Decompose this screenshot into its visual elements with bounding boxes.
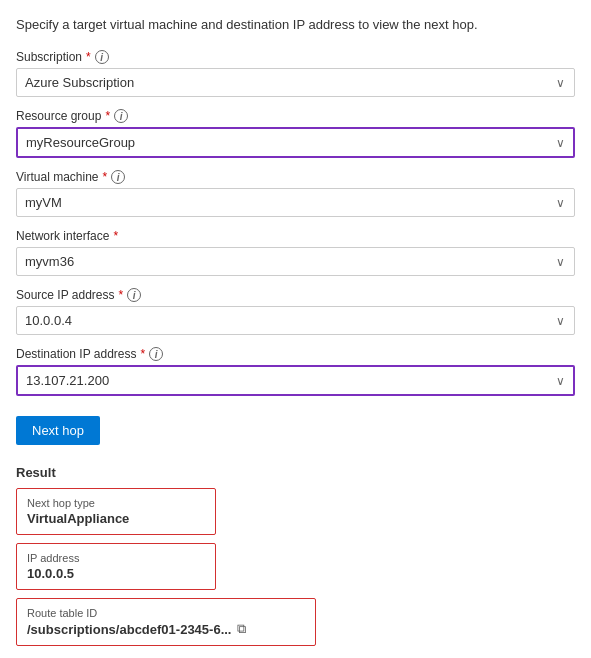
- ip-address-value: 10.0.0.5: [27, 566, 205, 581]
- source-ip-field: Source IP address * i 10.0.0.4 ∨: [16, 288, 575, 335]
- ip-address-label: IP address: [27, 552, 205, 564]
- network-interface-dropdown-wrapper: myvm36 ∨: [16, 247, 575, 276]
- resource-group-label: Resource group * i: [16, 109, 575, 123]
- virtual-machine-label: Virtual machine * i: [16, 170, 575, 184]
- result-title: Result: [16, 465, 575, 480]
- network-interface-field: Network interface * myvm36 ∨: [16, 229, 575, 276]
- subscription-field: Subscription * i Azure Subscription ∨: [16, 50, 575, 97]
- resource-group-field: Resource group * i myResourceGroup ∨: [16, 109, 575, 158]
- intro-text: Specify a target virtual machine and des…: [16, 16, 575, 34]
- resource-group-info-icon[interactable]: i: [114, 109, 128, 123]
- virtual-machine-dropdown[interactable]: myVM: [16, 188, 575, 217]
- copy-icon[interactable]: ⧉: [237, 621, 246, 637]
- subscription-info-icon[interactable]: i: [95, 50, 109, 64]
- source-ip-info-icon[interactable]: i: [127, 288, 141, 302]
- result-cards: Next hop type VirtualAppliance IP addres…: [16, 488, 575, 654]
- destination-ip-dropdown-wrapper: 13.107.21.200 ∨: [16, 365, 575, 396]
- virtual-machine-dropdown-wrapper: myVM ∨: [16, 188, 575, 217]
- ip-address-card: IP address 10.0.0.5: [16, 543, 216, 590]
- source-ip-dropdown-wrapper: 10.0.0.4 ∨: [16, 306, 575, 335]
- route-table-card: Route table ID /subscriptions/abcdef01-2…: [16, 598, 316, 646]
- next-hop-button[interactable]: Next hop: [16, 416, 100, 445]
- next-hop-type-value: VirtualAppliance: [27, 511, 205, 526]
- route-table-value: /subscriptions/abcdef01-2345-6...: [27, 622, 231, 637]
- next-hop-type-card: Next hop type VirtualAppliance: [16, 488, 216, 535]
- destination-ip-field: Destination IP address * i 13.107.21.200…: [16, 347, 575, 396]
- virtual-machine-field: Virtual machine * i myVM ∨: [16, 170, 575, 217]
- result-section: Result Next hop type VirtualAppliance IP…: [16, 465, 575, 654]
- subscription-dropdown[interactable]: Azure Subscription: [16, 68, 575, 97]
- destination-ip-dropdown[interactable]: 13.107.21.200: [16, 365, 575, 396]
- subscription-dropdown-wrapper: Azure Subscription ∨: [16, 68, 575, 97]
- route-value-row: /subscriptions/abcdef01-2345-6... ⧉: [27, 621, 305, 637]
- network-interface-label: Network interface *: [16, 229, 575, 243]
- destination-ip-label: Destination IP address * i: [16, 347, 575, 361]
- route-table-label: Route table ID: [27, 607, 305, 619]
- next-hop-type-label: Next hop type: [27, 497, 205, 509]
- resource-group-dropdown-wrapper: myResourceGroup ∨: [16, 127, 575, 158]
- virtual-machine-info-icon[interactable]: i: [111, 170, 125, 184]
- network-interface-dropdown[interactable]: myvm36: [16, 247, 575, 276]
- source-ip-label: Source IP address * i: [16, 288, 575, 302]
- destination-ip-info-icon[interactable]: i: [149, 347, 163, 361]
- source-ip-dropdown[interactable]: 10.0.0.4: [16, 306, 575, 335]
- resource-group-dropdown[interactable]: myResourceGroup: [16, 127, 575, 158]
- subscription-label: Subscription * i: [16, 50, 575, 64]
